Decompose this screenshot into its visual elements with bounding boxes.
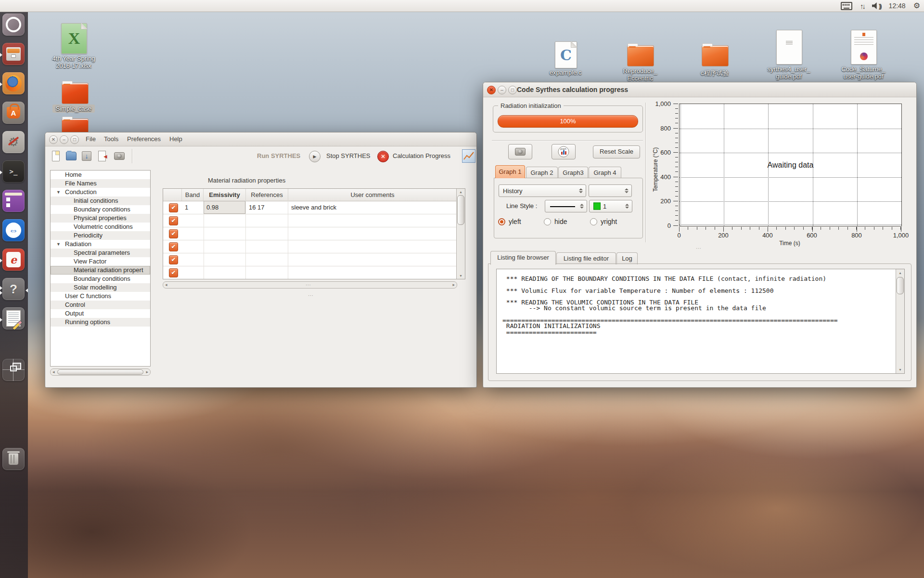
radio-yleft[interactable]: yleft (498, 218, 521, 225)
run-syrthes-button[interactable]: Run SYRTHES (257, 152, 300, 159)
save-icon[interactable] (80, 149, 93, 163)
tree-item-spectral-parameters[interactable]: Spectral parameters (51, 249, 150, 257)
tab-graph-2[interactable]: Graph 2 (526, 167, 558, 178)
syrthes-titlebar[interactable]: ✕ – □ File Tools Preferences Help (45, 132, 476, 146)
launcher-evince-button[interactable]: e (2, 249, 25, 271)
new-file-icon[interactable] (49, 149, 63, 163)
open-folder-icon[interactable] (64, 149, 78, 163)
launcher-purple-app-button[interactable] (2, 190, 25, 212)
table-row[interactable] (163, 266, 457, 279)
tab-graph-3[interactable]: Graph3 (558, 167, 588, 178)
pdf-saturne-guide-icon[interactable] (851, 30, 877, 65)
graph-export-button[interactable]: graph (552, 144, 576, 159)
tree-item-periodicity[interactable]: Periodicity (51, 231, 150, 240)
scroll-left-icon[interactable]: ◂ (52, 369, 55, 375)
scroll-right-icon[interactable]: ▸ (452, 282, 455, 288)
network-updown-icon[interactable]: ↑↓ (860, 2, 864, 10)
line-style-select[interactable] (545, 200, 587, 212)
tree-item-physical-properties[interactable]: Physical properties (51, 214, 150, 223)
radio-yright[interactable]: yright (590, 218, 617, 225)
table-hscrollbar[interactable]: ◂ ▸ ⋯ (163, 281, 457, 289)
folder-cprogram-label[interactable]: c程序试验 (686, 69, 744, 78)
launcher-trash-button[interactable] (2, 448, 25, 470)
keyboard-icon[interactable] (841, 2, 852, 10)
pdf-syrthes-guide-label[interactable]: syrthes4_user_guide.pdf (760, 66, 818, 80)
col-band[interactable]: Band (182, 189, 204, 201)
stop-syrthes-button[interactable]: Stop SYRTHES (326, 152, 371, 159)
tree-item-volumetric-conditions[interactable]: Volumetric conditions (51, 223, 150, 231)
scroll-down-icon[interactable]: ▾ (896, 368, 904, 372)
pdf-saturne-guide-label[interactable]: Code_Saturne_user-guide.pdf (834, 66, 892, 80)
tree-item-running-options[interactable]: Running options (51, 318, 150, 327)
listing-vscrollbar[interactable]: ▴ ▾ (896, 269, 904, 373)
export-icon[interactable] (95, 149, 109, 163)
table-row[interactable] (163, 214, 457, 227)
row-checkbox-checked[interactable] (169, 255, 178, 264)
row-checkbox-checked[interactable] (169, 203, 178, 212)
tree-item-initial-conditions[interactable]: Initial conditions (51, 197, 150, 205)
spinner-icons[interactable] (579, 200, 585, 212)
menu-file[interactable]: File (86, 135, 96, 143)
tree-item-boundary-conditions[interactable]: Boundary conditions (51, 205, 150, 214)
folder-reproduce-icon[interactable] (627, 45, 654, 66)
folder-cprogram-icon[interactable] (702, 45, 729, 66)
tab-log[interactable]: Log (616, 252, 638, 264)
scroll-up-icon[interactable]: ▴ (457, 190, 465, 194)
scroll-thumb[interactable] (457, 195, 464, 225)
folder-simple-case-icon[interactable] (62, 83, 89, 104)
launcher-workspaces-button[interactable] (2, 359, 25, 381)
tree-item-view-factor[interactable]: View Factor (51, 257, 150, 266)
tree-item-control[interactable]: Control (51, 301, 150, 309)
scroll-thumb[interactable] (897, 277, 904, 294)
tree-item-file-names[interactable]: File Names (51, 179, 150, 188)
launcher-settings-button[interactable]: ⚙ (2, 131, 25, 153)
tree-item-output[interactable]: Output (51, 309, 150, 318)
col-user-comments[interactable]: User comments (288, 189, 457, 201)
tree-item-material-radiation-properties[interactable]: Material radiation propert (51, 266, 150, 275)
launcher-teamviewer-button[interactable]: ⇔ (2, 219, 25, 241)
chart-mini-icon[interactable] (462, 149, 475, 163)
row-checkbox-checked[interactable] (169, 229, 178, 238)
table-row[interactable] (163, 240, 457, 253)
close-button[interactable]: ✕ (487, 86, 496, 94)
tab-listing-file-browser[interactable]: Listing file browser (490, 251, 556, 265)
folder-simple-case-label[interactable]: Simple_case (44, 105, 103, 112)
scroll-right-icon[interactable]: ▸ (146, 369, 148, 375)
maximize-button[interactable]: □ (70, 135, 79, 144)
tree-item-solar-modelling[interactable]: Solar modelling (51, 283, 150, 292)
close-button[interactable]: ✕ (49, 135, 58, 144)
tree-hscrollbar[interactable]: ◂ ▸ (50, 368, 151, 376)
menu-preferences[interactable]: Preferences (127, 135, 161, 143)
play-icon[interactable]: ▶ (309, 151, 321, 162)
row-checkbox-checked[interactable] (169, 268, 178, 277)
minimize-button[interactable]: – (60, 135, 68, 144)
table-row[interactable]: 1 0.98 16 17 sleeve and brick (163, 201, 457, 214)
splitter-handle[interactable]: ⋯ (308, 292, 314, 299)
calculation-progress-button[interactable]: Calculation Progress (393, 152, 450, 159)
tree-item-user-c-functions[interactable]: User C functions (51, 292, 150, 301)
launcher-firefox-button[interactable] (2, 72, 25, 94)
c-file-label[interactable]: expample.c (537, 69, 594, 76)
launcher-help-button[interactable]: ? (2, 278, 25, 300)
line-width-select[interactable]: 1 (589, 200, 632, 212)
listing-file-browser-textarea[interactable]: *** READING OF THE BOUNDARY CONDITIONS I… (496, 269, 905, 374)
history-select[interactable]: History (499, 184, 586, 197)
spinner-icons[interactable] (624, 185, 629, 197)
scroll-left-icon[interactable]: ◂ (165, 282, 167, 288)
tab-graph-1[interactable]: Graph 1 (495, 165, 525, 178)
scroll-down-icon[interactable]: ▾ (457, 274, 465, 278)
table-row[interactable] (163, 253, 457, 266)
scroll-thumb[interactable] (57, 369, 143, 375)
progress-titlebar[interactable]: ✕ – □ Code Syrthes calculation progress (483, 82, 916, 97)
clock[interactable]: 12:48 (889, 2, 906, 10)
launcher-dash-button[interactable] (2, 13, 25, 36)
expander-icon[interactable]: ▼ (56, 240, 61, 249)
menu-tools[interactable]: Tools (104, 135, 118, 143)
camera-icon[interactable] (113, 149, 126, 163)
launcher-terminal-button[interactable]: >_ (2, 160, 25, 183)
pdf-syrthes-guide-icon[interactable] (776, 30, 802, 65)
scroll-up-icon[interactable]: ▴ (896, 271, 904, 275)
minimize-button[interactable]: – (498, 86, 506, 94)
radio-hide[interactable]: hide (544, 218, 567, 225)
tab-listing-file-editor[interactable]: Listing file editor (556, 252, 616, 264)
